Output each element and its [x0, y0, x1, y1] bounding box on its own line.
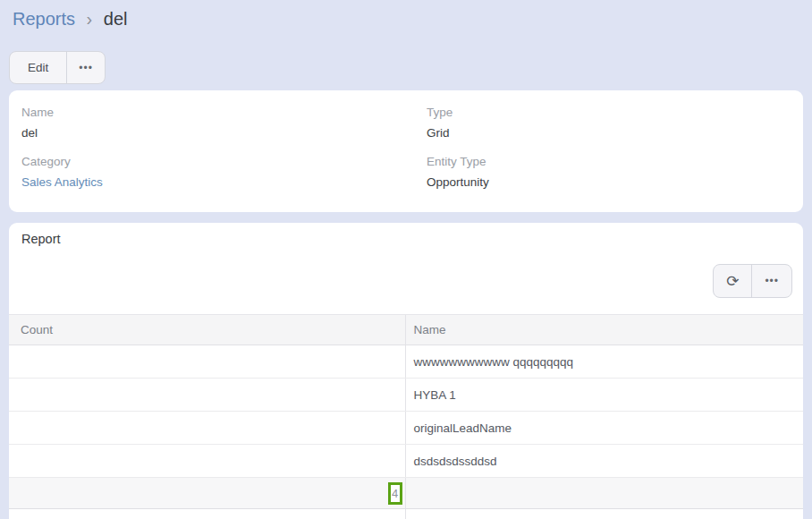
- refresh-button[interactable]: ⟳: [714, 265, 751, 297]
- field-category-label: Category: [21, 154, 414, 169]
- total-name-cell: [405, 478, 803, 509]
- name-cell: HYBA 1: [405, 379, 803, 412]
- report-panel-actions: ⟳ •••: [9, 264, 803, 298]
- breadcrumb-reports-link[interactable]: Reports: [13, 9, 75, 29]
- name-cell: wwwwwwwwwww qqqqqqqqq: [405, 345, 803, 379]
- report-panel-title: Report: [9, 223, 803, 248]
- edit-button-group: Edit •••: [9, 51, 106, 84]
- table-header-row: Count Name: [9, 315, 803, 345]
- table-row: wwwwwwwwwww qqqqqqqqq: [9, 345, 803, 379]
- breadcrumb: Reports › del: [9, 0, 803, 30]
- field-name: Name del: [21, 105, 414, 140]
- count-cell: [9, 379, 405, 412]
- field-category: Category Sales Analytics: [21, 154, 414, 190]
- report-result-table: Count Name wwwwwwwwwww qqqqqqqqq HYBA 1 …: [9, 314, 803, 519]
- page: Reports › del Edit ••• Name del Type Gri…: [0, 0, 812, 519]
- more-actions-button[interactable]: •••: [66, 52, 105, 83]
- ellipsis-icon: •••: [765, 276, 779, 286]
- refresh-icon: ⟳: [726, 274, 739, 289]
- table-row-partial: [9, 509, 803, 519]
- edit-button[interactable]: Edit: [10, 52, 66, 83]
- count-cell: [9, 345, 405, 379]
- breadcrumb-separator-icon: ›: [80, 9, 99, 29]
- detail-toolbar: Edit •••: [9, 51, 803, 84]
- report-button-group: ⟳ •••: [713, 264, 792, 298]
- field-entity-type: Entity Type Opportunity: [427, 154, 791, 190]
- field-entity-type-value: Opportunity: [427, 174, 791, 190]
- count-cell: [9, 445, 405, 478]
- field-type-value: Grid: [427, 125, 791, 140]
- breadcrumb-current: del: [104, 9, 128, 29]
- overview-panel: Name del Type Grid Category Sales Analyt…: [9, 90, 803, 212]
- table-row: dsdsdsdssddsd: [9, 445, 803, 478]
- total-count-cell: 4: [9, 478, 405, 509]
- report-more-button[interactable]: •••: [751, 265, 791, 297]
- name-cell: dsdsdsdssddsd: [405, 445, 803, 478]
- field-type: Type Grid: [427, 105, 791, 140]
- field-category-value: Sales Analytics: [21, 174, 414, 190]
- field-type-label: Type: [427, 105, 791, 120]
- column-header-count: Count: [9, 315, 405, 345]
- name-cell: originalLeadName: [405, 412, 803, 445]
- field-name-label: Name: [21, 105, 414, 120]
- report-panel: Report ⟳ ••• Count Name: [9, 223, 803, 519]
- total-count-value[interactable]: 4: [388, 482, 402, 505]
- ellipsis-icon: •••: [79, 63, 93, 73]
- field-entity-type-label: Entity Type: [427, 154, 791, 169]
- table-total-row: 4: [9, 478, 803, 509]
- column-header-name: Name: [405, 315, 803, 345]
- field-grid: Name del Type Grid Category Sales Analyt…: [21, 105, 791, 190]
- count-cell: [9, 412, 405, 445]
- table-row: HYBA 1: [9, 379, 803, 412]
- table-row: originalLeadName: [9, 412, 803, 445]
- field-name-value: del: [21, 125, 414, 140]
- category-link[interactable]: Sales Analytics: [21, 175, 103, 189]
